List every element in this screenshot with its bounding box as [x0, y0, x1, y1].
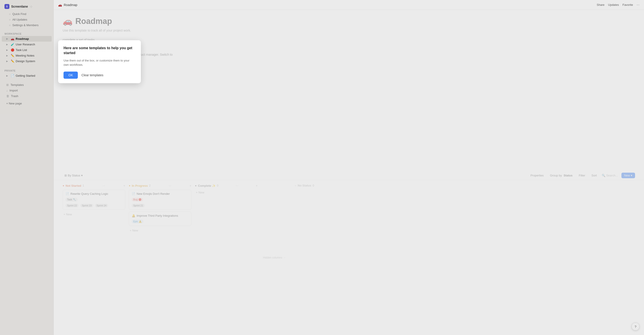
clear-templates-button[interactable]: Clear templates [82, 73, 103, 77]
modal-actions: OK Clear templates [64, 72, 136, 79]
modal-description: Use them out of the box, or customize th… [64, 58, 136, 67]
templates-modal: Here are some templates to help you get … [58, 40, 141, 83]
ok-button[interactable]: OK [64, 72, 78, 79]
modal-title: Here are some templates to help you get … [64, 46, 136, 56]
